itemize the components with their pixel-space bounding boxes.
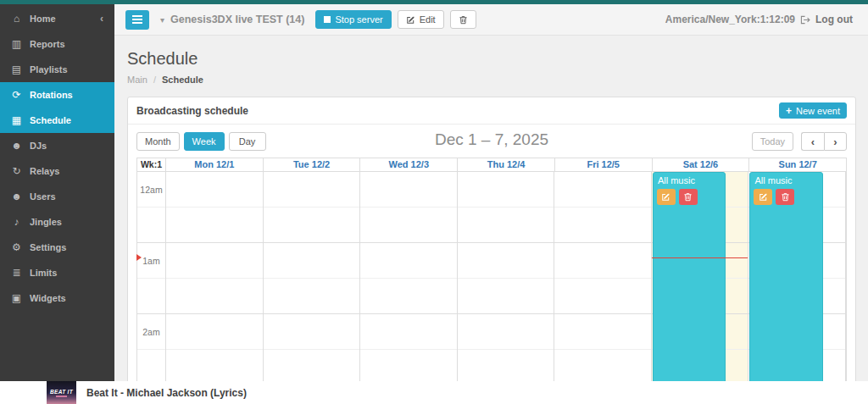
time-slot[interactable] xyxy=(554,279,651,314)
now-playing-bar: BEAT IT Beat It - Michael Jackson (Lyric… xyxy=(0,381,868,404)
stop-server-button[interactable]: Stop server xyxy=(315,10,391,29)
time-slot[interactable] xyxy=(554,208,651,243)
sidebar-item-jingles[interactable]: ♪Jingles xyxy=(0,209,114,235)
time-slot[interactable] xyxy=(360,172,457,208)
time-slot[interactable] xyxy=(166,243,263,279)
sidebar-item-reports[interactable]: ▥Reports xyxy=(0,31,114,57)
time-slot[interactable] xyxy=(264,172,360,208)
panel-title: Broadcasting schedule xyxy=(136,105,248,117)
day-header-wed[interactable]: Wed 12/3 xyxy=(360,158,458,171)
time-label: 2am xyxy=(137,314,165,350)
sidebar-item-widgets[interactable]: ▣Widgets xyxy=(0,285,114,311)
time-slot[interactable] xyxy=(166,279,263,314)
breadcrumb-main-link[interactable]: Main xyxy=(127,75,147,85)
logout-link[interactable]: Log out xyxy=(815,14,853,25)
time-slot[interactable] xyxy=(554,243,651,279)
day-header-thu[interactable]: Thu 12/4 xyxy=(458,158,555,171)
day-header-tue[interactable]: Tue 12/2 xyxy=(264,158,361,171)
time-slot[interactable] xyxy=(166,208,263,243)
edit-icon xyxy=(406,15,415,25)
trash-icon xyxy=(459,15,468,25)
time-slot[interactable] xyxy=(166,172,263,208)
sidebar-item-label: Jingles xyxy=(30,217,62,227)
time-slot[interactable] xyxy=(264,314,360,350)
sidebar-item-rotations[interactable]: ⟳Rotations xyxy=(0,82,114,108)
topbar-right: America/New_York:1:12:09 Log out xyxy=(665,14,853,25)
sidebar-item-home[interactable]: ⌂Home‹ xyxy=(0,6,114,31)
time-slot[interactable] xyxy=(554,350,651,385)
view-button-week[interactable]: Week xyxy=(184,132,225,151)
day-header-sun[interactable]: Sun 12/7 xyxy=(749,158,846,171)
prev-week-button[interactable]: ‹ xyxy=(801,132,824,151)
sidebar-item-limits[interactable]: ≣Limits xyxy=(0,260,114,285)
time-slot[interactable] xyxy=(360,350,457,385)
users-icon: ☻ xyxy=(11,191,22,202)
event-all-music[interactable]: All music xyxy=(749,172,822,404)
sidebar-item-label: Schedule xyxy=(30,115,71,125)
sidebar-item-relays[interactable]: ↻Relays xyxy=(0,158,114,184)
sidebar-item-schedule[interactable]: ▦Schedule xyxy=(0,108,114,133)
time-slot[interactable] xyxy=(360,243,457,279)
day-column-sun[interactable]: All music xyxy=(748,172,846,404)
breadcrumb-current: Schedule xyxy=(162,75,203,85)
event-title: All music xyxy=(754,175,818,185)
day-header-mon[interactable]: Mon 12/1 xyxy=(166,158,264,171)
time-slot[interactable] xyxy=(458,243,554,279)
home-icon: ⌂ xyxy=(11,13,22,25)
sidebar-item-label: DJs xyxy=(30,141,47,151)
day-header-fri[interactable]: Fri 12/5 xyxy=(555,158,653,171)
page-title: Schedule xyxy=(127,49,856,69)
today-button[interactable]: Today xyxy=(752,132,793,151)
time-slot[interactable] xyxy=(166,314,263,350)
view-button-month[interactable]: Month xyxy=(136,132,180,151)
edit-event-button[interactable] xyxy=(657,189,676,205)
time-slot[interactable] xyxy=(458,350,554,385)
sidebar-item-users[interactable]: ☻Users xyxy=(0,184,114,209)
time-slot[interactable] xyxy=(554,172,651,208)
menu-toggle-button[interactable] xyxy=(125,10,149,30)
playlists-icon: ▤ xyxy=(11,64,22,75)
time-slot[interactable] xyxy=(554,314,651,350)
time-slot[interactable] xyxy=(264,279,360,314)
edit-event-button[interactable] xyxy=(754,189,772,205)
day-column-sat[interactable]: All music xyxy=(652,172,749,404)
sidebar-item-playlists[interactable]: ▤Playlists xyxy=(0,57,114,82)
time-slot[interactable] xyxy=(264,350,360,385)
time-slot[interactable] xyxy=(166,350,263,385)
widgets-icon: ▣ xyxy=(11,292,22,304)
time-slot[interactable] xyxy=(458,279,554,314)
delete-event-button[interactable] xyxy=(776,189,794,205)
delete-server-button[interactable] xyxy=(450,10,476,29)
schedule-icon: ▦ xyxy=(11,114,22,126)
day-column-wed[interactable] xyxy=(360,172,458,404)
time-slot[interactable] xyxy=(264,208,360,243)
time-slot[interactable] xyxy=(264,243,360,279)
time-slot[interactable] xyxy=(360,208,457,243)
settings-icon: ⚙ xyxy=(11,241,22,253)
sidebar: ⌂Home‹▥Reports▤Playlists⟳Rotations▦Sched… xyxy=(0,4,114,381)
time-slot[interactable] xyxy=(458,208,554,243)
day-column-mon[interactable] xyxy=(166,172,264,404)
collapse-arrow-icon[interactable]: ‹ xyxy=(100,13,103,25)
new-event-button[interactable]: + New event xyxy=(779,102,847,119)
server-dropdown-caret-icon[interactable]: ▾ xyxy=(160,15,164,25)
edit-server-button[interactable]: Edit xyxy=(398,10,444,29)
sidebar-item-settings[interactable]: ⚙Settings xyxy=(0,235,114,260)
time-slot[interactable] xyxy=(458,314,554,350)
event-title: All music xyxy=(658,175,721,185)
day-column-thu[interactable] xyxy=(458,172,555,404)
next-week-button[interactable]: › xyxy=(824,132,847,151)
axis-slot xyxy=(137,279,165,314)
delete-event-button[interactable] xyxy=(679,189,698,205)
sidebar-item-djs[interactable]: ☻DJs xyxy=(0,133,114,158)
view-button-day[interactable]: Day xyxy=(229,132,266,151)
time-slot[interactable] xyxy=(360,279,457,314)
time-slot[interactable] xyxy=(360,314,457,350)
day-column-tue[interactable] xyxy=(264,172,361,404)
time-slot[interactable] xyxy=(458,172,554,208)
event-all-music[interactable]: All music xyxy=(653,172,726,404)
day-column-fri[interactable] xyxy=(554,172,652,404)
day-header-sat[interactable]: Sat 12/6 xyxy=(653,158,750,171)
event-actions xyxy=(657,189,721,205)
sidebar-nav: ⌂Home‹▥Reports▤Playlists⟳Rotations▦Sched… xyxy=(0,6,114,311)
